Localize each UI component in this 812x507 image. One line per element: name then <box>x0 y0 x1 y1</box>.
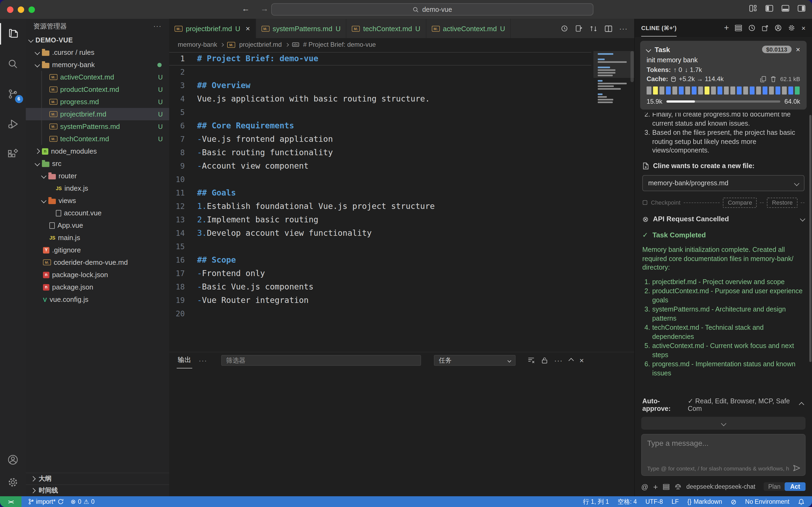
tree-item-main-js[interactable]: JSmain.js <box>26 231 169 244</box>
code-line-16[interactable]: 16## Scope <box>169 253 591 267</box>
settings-gear-icon[interactable] <box>788 24 796 32</box>
editor-tab-systempatterns-md[interactable]: M↓systemPatterns.mdU <box>256 19 346 38</box>
rules-scale-icon[interactable] <box>675 484 682 490</box>
outline-section[interactable]: 大纲 <box>26 472 169 485</box>
close-window-button[interactable] <box>7 6 13 13</box>
problems-item[interactable]: ⊗0 ⚠0 <box>71 498 95 505</box>
tree-item-progress-md[interactable]: M↓progress.mdU <box>26 96 169 108</box>
explorer-activity-icon[interactable] <box>0 23 26 45</box>
mcp-servers-icon[interactable] <box>735 25 743 31</box>
model-name[interactable]: deepseek:deepseek-chat <box>686 484 755 490</box>
tree-item-router[interactable]: router <box>26 170 169 182</box>
send-icon[interactable] <box>793 464 801 472</box>
tree-item-memory-bank[interactable]: memory-bank <box>26 59 169 71</box>
extensions-activity-icon[interactable] <box>0 144 26 165</box>
editor-more-actions-icon[interactable]: ··· <box>619 24 628 33</box>
restore-button[interactable]: Restore <box>767 198 798 208</box>
close-tab-icon[interactable]: × <box>246 24 250 33</box>
tree-item--cursor-rules[interactable]: .cursor / rules <box>26 46 169 59</box>
expand-approve-bar[interactable] <box>641 417 806 430</box>
code-line-14[interactable]: 143. Develop account view functionality <box>169 227 591 240</box>
minimap[interactable] <box>598 53 629 107</box>
minimize-window-button[interactable] <box>18 6 24 13</box>
open-in-editor-icon[interactable] <box>762 24 769 32</box>
code-line-12[interactable]: 121. Establish foundational Vue.js proje… <box>169 200 591 213</box>
close-panel-icon[interactable]: × <box>579 356 584 365</box>
close-icon[interactable]: × <box>802 24 806 32</box>
auto-approve-row[interactable]: Auto-approve: ✓ Read, Edit, Browser, MCP… <box>641 393 806 417</box>
output-channel-select[interactable]: 任务 <box>434 355 516 366</box>
search-activity-icon[interactable] <box>0 53 26 75</box>
encoding[interactable]: UTF-8 <box>645 498 663 505</box>
act-toggle[interactable]: Act <box>785 482 806 491</box>
tree-item-coderider-demo-vue-md[interactable]: M↓coderider-demo-vue.md <box>26 256 169 269</box>
timeline-section[interactable]: 时间线 <box>26 485 169 496</box>
mcp-icon[interactable] <box>663 484 670 490</box>
tree-item-account-vue[interactable]: account.vue <box>26 207 169 219</box>
code-line-15[interactable]: 15 <box>169 240 591 253</box>
language-mode[interactable]: {} Markdown <box>687 498 722 505</box>
panel-more-tabs-icon[interactable]: ··· <box>199 356 207 364</box>
cursor-position[interactable]: 行 1, 列 1 <box>583 498 609 506</box>
git-branch-item[interactable]: import* <box>28 498 64 505</box>
tree-item-projectbrief-md[interactable]: M↓projectbrief.mdU <box>26 108 169 120</box>
timeline-clock-icon[interactable] <box>561 25 568 32</box>
forward-icon[interactable]: → <box>260 4 269 13</box>
code-line-13[interactable]: 132. Implement basic routing <box>169 213 591 227</box>
lock-output-icon[interactable] <box>541 357 548 364</box>
code-line-18[interactable]: 18- Basic Vue.js components <box>169 280 591 294</box>
new-task-icon[interactable]: + <box>724 23 729 33</box>
tree-item-src[interactable]: src <box>26 157 169 170</box>
compare-changes-icon[interactable] <box>590 25 598 32</box>
mention-icon[interactable]: @ <box>641 483 648 491</box>
code-line-8[interactable]: 8- Basic routing functionality <box>169 146 591 160</box>
tree-item-vue-config-js[interactable]: Vvue.config.js <box>26 293 169 305</box>
output-tab[interactable]: 输出 <box>177 353 192 368</box>
code-line-6[interactable]: 6## Core Requirements <box>169 119 591 133</box>
message-input[interactable]: Type a message... Type @ for context, / … <box>641 434 806 476</box>
panel-more-actions-icon[interactable]: ··· <box>554 356 563 364</box>
code-line-7[interactable]: 7- Vue.js frontend application <box>169 133 591 146</box>
code-line-20[interactable]: 20 <box>169 307 591 321</box>
editor-tab-techcontext-md[interactable]: M↓techContext.mdU <box>346 19 426 38</box>
copy-icon[interactable] <box>760 75 766 82</box>
tree-item--gitignore[interactable]: Y.gitignore <box>26 244 169 256</box>
code-line-3[interactable]: 3## Overview <box>169 79 591 92</box>
command-center-search[interactable]: demo-vue <box>271 3 593 15</box>
history-icon[interactable] <box>748 24 756 32</box>
compare-button[interactable]: Compare <box>723 198 757 208</box>
tree-item-index-js[interactable]: JSindex.js <box>26 182 169 194</box>
breadcrumb[interactable]: memory-bank M↓ projectbrief.md abc # Pro… <box>169 38 634 51</box>
explorer-more-actions-icon[interactable]: ··· <box>153 22 162 30</box>
open-changes-icon[interactable] <box>575 25 583 32</box>
customize-layout-icon[interactable] <box>749 5 757 12</box>
chat-scrollbar[interactable] <box>809 115 811 362</box>
add-context-icon[interactable]: + <box>653 482 658 491</box>
toggle-panel-icon[interactable] <box>781 5 790 12</box>
source-control-activity-icon[interactable]: 6 <box>0 83 26 105</box>
maximize-panel-icon[interactable] <box>569 358 574 363</box>
account-icon[interactable] <box>775 24 782 32</box>
tree-item-package-json[interactable]: npackage.json <box>26 281 169 293</box>
close-task-icon[interactable]: × <box>796 45 800 54</box>
editor-tab-activecontext-md[interactable]: M↓activeContext.mdU <box>426 19 511 38</box>
clear-output-icon[interactable] <box>527 357 535 364</box>
output-filter-input[interactable]: 筛选器 <box>221 355 421 366</box>
tree-item-views[interactable]: views <box>26 194 169 207</box>
tree-item-productcontext-md[interactable]: M↓productContext.mdU <box>26 83 169 96</box>
code-line-9[interactable]: 9- Account view component <box>169 160 591 173</box>
code-line-5[interactable]: 5 <box>169 106 591 119</box>
tree-item-techcontext-md[interactable]: M↓techContext.mdU <box>26 133 169 145</box>
tree-item-app-vue[interactable]: App.vue <box>26 219 169 231</box>
code-line-11[interactable]: 11## Goals <box>169 186 591 200</box>
code-line-2[interactable]: 2 <box>169 65 591 79</box>
toggle-secondary-sidebar-icon[interactable] <box>798 5 806 12</box>
back-icon[interactable]: ← <box>242 4 250 13</box>
code-editor[interactable]: 1# Project Brief: demo-vue23## Overview4… <box>169 51 634 352</box>
tree-item-activecontext-md[interactable]: M↓activeContext.mdU <box>26 71 169 83</box>
cline-tab[interactable]: CLINE (⌘+') <box>641 19 677 36</box>
split-editor-icon[interactable] <box>605 25 612 32</box>
code-line-4[interactable]: 4Vue.js application with basic routing s… <box>169 92 591 106</box>
code-line-10[interactable]: 10 <box>169 173 591 186</box>
tree-item-systempatterns-md[interactable]: M↓systemPatterns.mdU <box>26 120 169 133</box>
